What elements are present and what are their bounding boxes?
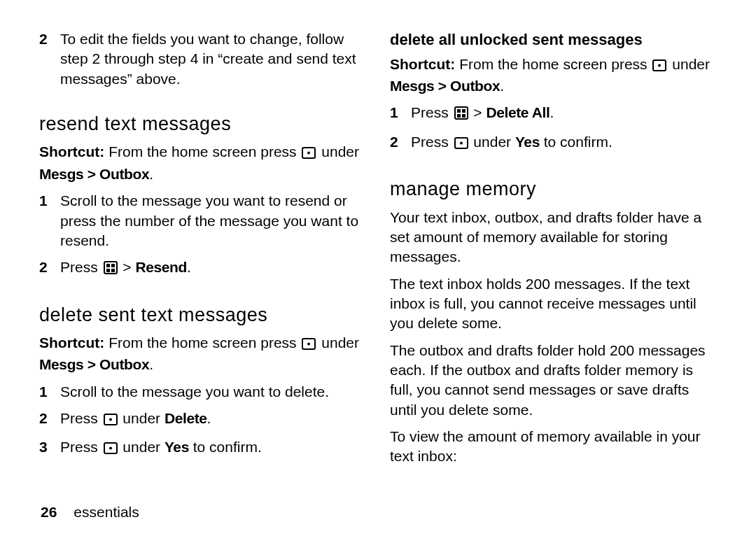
delete-step-3: 3 Press under Yes to confirm. bbox=[39, 437, 366, 459]
step-text: To edit the fields you want to change, f… bbox=[60, 29, 366, 89]
delete-shortcut: Shortcut: From the home screen press und… bbox=[39, 333, 366, 375]
dot-key-icon bbox=[104, 411, 118, 430]
memory-p1: Your text inbox, outbox, and drafts fold… bbox=[390, 208, 717, 267]
delete-step-1: 1 Scroll to the message you want to dele… bbox=[39, 382, 366, 402]
shortcut-label: Shortcut: bbox=[39, 143, 104, 160]
left-column: 2 To edit the fields you want to change,… bbox=[39, 29, 366, 494]
delete-step-2: 2 Press under Delete. bbox=[39, 409, 366, 430]
resend-shortcut: Shortcut: From the home screen press und… bbox=[39, 142, 366, 184]
svg-point-1 bbox=[307, 152, 310, 155]
dot-key-icon bbox=[454, 134, 468, 154]
svg-point-12 bbox=[109, 447, 112, 450]
dot-key-icon bbox=[652, 57, 666, 76]
svg-rect-17 bbox=[462, 109, 465, 113]
svg-point-14 bbox=[658, 64, 661, 66]
svg-rect-3 bbox=[106, 264, 110, 267]
page-number: 26 bbox=[41, 502, 57, 522]
heading-manage-memory: manage memory bbox=[390, 176, 717, 202]
deleteall-step-2: 2 Press under Yes to confirm. bbox=[390, 132, 717, 154]
memory-p3: The outbox and drafts folder hold 200 me… bbox=[390, 341, 717, 420]
memory-p4: To view the amount of memory available i… bbox=[390, 427, 717, 467]
heading-delete-all: delete all unlocked sent messages bbox=[390, 29, 717, 50]
deleteall-step-1: 1 Press > Delete All. bbox=[390, 103, 717, 125]
svg-point-21 bbox=[460, 141, 463, 144]
heading-delete-sent: delete sent text messages bbox=[39, 302, 366, 327]
svg-rect-18 bbox=[457, 114, 461, 118]
svg-rect-4 bbox=[111, 264, 115, 267]
deleteall-shortcut: Shortcut: From the home screen press und… bbox=[390, 55, 717, 97]
svg-rect-16 bbox=[457, 109, 461, 113]
edit-step-2: 2 To edit the fields you want to change,… bbox=[39, 29, 366, 89]
dot-key-icon bbox=[302, 335, 316, 355]
svg-rect-15 bbox=[455, 107, 468, 119]
svg-point-8 bbox=[307, 342, 310, 345]
section-name: essentials bbox=[74, 502, 139, 522]
dot-key-icon bbox=[104, 439, 118, 459]
resend-step-2: 2 Press > Resend. bbox=[39, 258, 366, 279]
svg-rect-2 bbox=[104, 262, 117, 274]
svg-rect-6 bbox=[111, 269, 115, 272]
svg-point-10 bbox=[109, 418, 112, 421]
menu-key-icon bbox=[104, 260, 118, 279]
right-column: delete all unlocked sent messages Shortc… bbox=[390, 29, 717, 494]
menu-key-icon bbox=[454, 105, 468, 125]
step-number: 2 bbox=[39, 29, 60, 89]
memory-p2: The text inbox holds 200 messages. If th… bbox=[390, 274, 717, 334]
svg-rect-5 bbox=[106, 269, 110, 272]
svg-rect-19 bbox=[462, 114, 465, 118]
page-footer: 26 essentials bbox=[39, 502, 717, 522]
dot-key-icon bbox=[302, 144, 316, 164]
resend-step-1: 1 Scroll to the message you want to rese… bbox=[39, 191, 366, 251]
heading-resend: resend text messages bbox=[39, 111, 366, 136]
